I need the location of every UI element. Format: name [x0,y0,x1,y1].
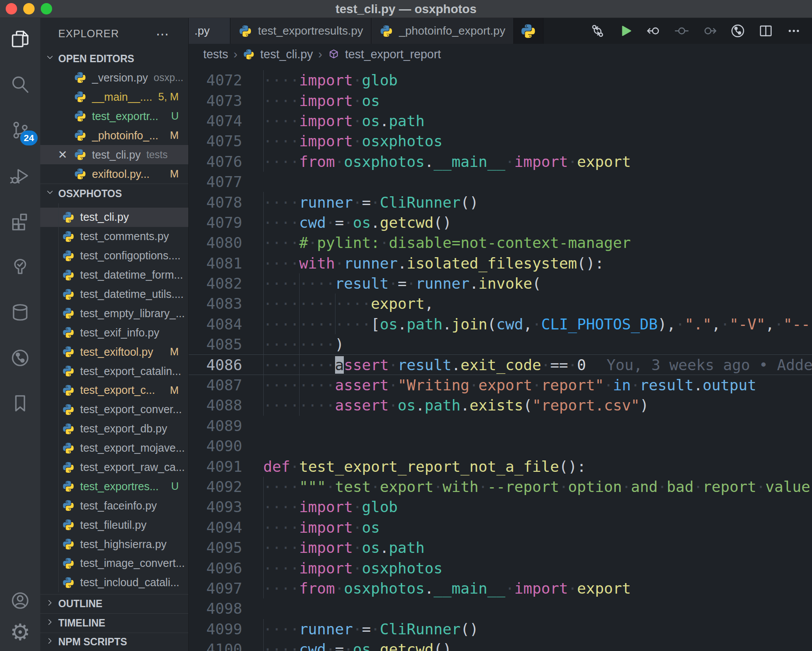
action-compare-changes[interactable] [583,18,611,44]
activity-bar-item-search[interactable] [0,72,40,97]
code-token: in [613,376,631,394]
breadcrumb-item[interactable]: test_cli.py [260,48,313,61]
indent-guide [299,273,300,294]
action-previous-change[interactable] [639,18,667,44]
activity-bar-item-settings-gear[interactable]: ⚙ [0,619,40,645]
code-token: ) [335,336,344,353]
open-editor-item[interactable]: ✕test_cli.pytests [40,145,188,164]
python-icon [62,384,75,397]
code-token: import [299,559,353,577]
activity-bar-item-run-debug[interactable] [0,163,40,188]
vscode-window: { "window": { "title": "test_cli.py — os… [0,0,812,651]
file-tree-item[interactable]: test_empty_library_... [40,304,188,323]
file-tree-item[interactable]: test_export_c...M [40,381,188,400]
git-status-badge: M [170,129,179,142]
activity-bar-item-source-control[interactable]: 24 [0,117,40,143]
close-editor-icon[interactable]: ✕ [58,148,74,162]
close-window-button[interactable] [6,3,17,14]
open-editor-item[interactable]: exiftool.py...M [40,164,188,184]
code-token: runner [344,255,398,272]
testing-icon [10,256,31,277]
tab--photoinfo-export-py[interactable]: _photoinfo_export.py [371,18,514,44]
code-line: 4089 [189,416,812,436]
activity-bar-item-database[interactable] [0,300,40,325]
code-token: · [532,315,541,333]
file-tree-item[interactable]: test_configoptions.... [40,246,188,265]
npm-scripts-section-header[interactable]: NPM SCRIPTS [40,633,188,651]
file-tree-item[interactable]: test_exiftool.pyM [40,342,188,361]
code-token: · [389,275,398,292]
file-tree-item[interactable]: test_cli.py [40,208,188,227]
python-icon [62,461,75,474]
python-icon [74,129,87,142]
activity-bar-item-extensions[interactable] [0,209,40,234]
line-number: 4073 [189,92,263,110]
action-next-change[interactable] [695,18,724,44]
editor-folder-hint: osxp... [154,72,184,84]
outline-section-header[interactable]: OUTLINE [40,594,188,613]
line-content: ············export, [263,294,434,314]
line-content: ····runner·=·CliRunner() [263,619,478,639]
minimize-window-button[interactable] [23,3,35,14]
action-gitlens[interactable] [724,18,752,44]
code-token: ···· [263,112,299,130]
file-tree-item[interactable]: test_datetime_form... [40,265,188,285]
action-current-change[interactable] [667,18,695,44]
file-tree-item[interactable]: test_export_conver... [40,400,188,419]
activity-bar-item-gitlens[interactable] [0,345,40,371]
timeline-section-header[interactable]: TIMELINE [40,613,188,633]
breadcrumb-item[interactable]: tests [203,48,228,61]
tab-test-exportresults-py[interactable]: test_exportresults.py [230,18,371,44]
open-editors-section-header[interactable]: OPEN EDITORS [40,50,188,68]
file-tree-item[interactable]: test_fileutil.py [40,515,188,534]
file-tree-item[interactable]: test_export_catalin... [40,361,188,381]
file-tree-item[interactable]: test_datetime_utils.... [40,285,188,304]
activity-bar-item-testing[interactable] [0,254,40,280]
action-split-editor[interactable] [752,18,780,44]
breadcrumb-item[interactable]: test_export_report [345,48,441,61]
file-tree-item[interactable]: test_faceinfo.py [40,496,188,515]
open-editor-item[interactable]: _version.pyosxp... [40,68,188,87]
file-tree-item[interactable]: test_export_mojave... [40,439,188,458]
code-line: 4078····runner·=·CliRunner() [189,192,812,212]
indent-guide [263,111,264,131]
action-more-actions[interactable] [780,18,808,44]
file-tree-item[interactable]: test_highsierra.py [40,534,188,554]
python-icon [238,24,252,38]
views-and-more-actions-icon[interactable]: ⋯ [156,26,170,42]
folder-section-header[interactable]: OSXPHOTOS [40,184,188,203]
file-tree-item[interactable]: test_exif_info.py [40,323,188,342]
code-token: runner [416,275,470,292]
activity-bar-item-bookmarks[interactable] [0,391,40,416]
code-editor[interactable]: 4072····import·glob4073····import·os4074… [189,65,812,651]
action-run-python-file[interactable] [611,18,639,44]
file-tree-item[interactable]: test_export_raw_ca... [40,458,188,477]
open-editor-item[interactable]: test_exportr...U [40,106,188,126]
code-token: · [353,92,362,110]
code-token: CliRunner [380,620,460,638]
open-editor-item[interactable]: __main__....5, M [40,87,188,106]
indent-guide [263,294,264,314]
open-editor-item[interactable]: _photoinfo_...M [40,126,188,145]
line-content: ····import·os.path [263,111,425,131]
line-content: ········assert·result.exit_code·==·0You,… [263,354,586,375]
python-extension-tab[interactable] [514,18,544,44]
file-tree-item[interactable]: test_image_convert... [40,554,188,573]
activity-bar-item-explorer[interactable] [0,26,40,52]
code-line: 4084············[os.path.join(cwd,·CLI_P… [189,314,812,334]
file-label: test_faceinfo.py [80,499,157,512]
indent-guide [263,477,264,497]
tab--py[interactable]: .py [189,18,230,44]
file-tree-item[interactable]: test_exportres...U [40,477,188,496]
code-token: import [299,92,353,110]
file-tree-item[interactable]: test_comments.py [40,227,188,246]
code-token: · [478,478,487,495]
editor-group: .pytest_exportresults.py_photoinfo_expor… [189,18,812,651]
zoom-window-button[interactable] [41,3,52,14]
code-token: · [353,519,362,536]
activity-bar-item-account[interactable] [0,588,40,613]
file-tree-item[interactable]: test_incloud_catali... [40,573,188,592]
indent-guide [299,354,300,375]
line-number: 4092 [189,478,263,495]
file-tree-item[interactable]: test_export_db.py [40,419,188,439]
